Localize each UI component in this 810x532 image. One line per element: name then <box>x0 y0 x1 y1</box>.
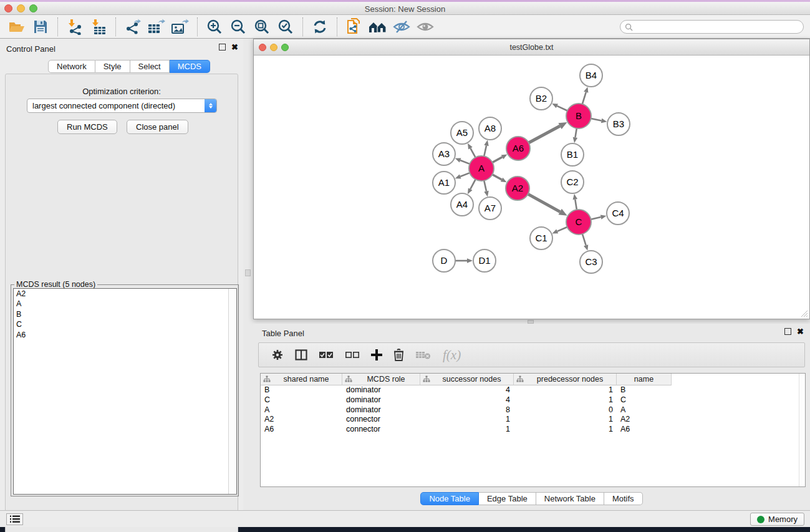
column-header-label: successor nodes <box>430 375 513 384</box>
add-button[interactable] <box>371 349 382 360</box>
column-header-label: shared name <box>271 375 342 384</box>
close-panel-button[interactable]: Close panel <box>127 120 188 134</box>
graph-edge[interactable] <box>460 160 470 164</box>
close-panel-icon[interactable]: ✖ <box>231 44 238 51</box>
graph-edge[interactable] <box>493 157 503 163</box>
column-header[interactable]: predecessor nodes <box>514 374 617 385</box>
table-row[interactable]: A2connector11A2 <box>261 415 805 425</box>
mcds-result-item[interactable]: C <box>14 320 236 331</box>
tab-select[interactable]: Select <box>130 60 170 73</box>
table-row[interactable]: Bdominator41B <box>261 385 805 395</box>
graph-edge[interactable] <box>557 227 567 231</box>
refresh-button[interactable] <box>308 17 332 36</box>
graph-edge[interactable] <box>557 106 567 111</box>
tab-node-table[interactable]: Node Table <box>420 492 479 505</box>
export-table-button[interactable] <box>145 17 168 36</box>
columns-button[interactable] <box>295 349 307 360</box>
zoom-in-button[interactable] <box>203 17 226 36</box>
save-session-button[interactable] <box>29 17 52 36</box>
graph-edge[interactable] <box>582 92 586 104</box>
zoom-out-button[interactable] <box>226 17 250 36</box>
criterion-dropdown[interactable]: largest connected component (directed) <box>27 99 217 113</box>
tab-motifs[interactable]: Motifs <box>604 492 643 505</box>
float-table-panel-icon[interactable] <box>784 328 791 335</box>
vertical-split-divider[interactable] <box>243 39 253 510</box>
export-image-button[interactable] <box>168 17 192 36</box>
column-header[interactable]: successor nodes <box>420 374 514 385</box>
task-history-button[interactable] <box>6 513 23 525</box>
graph-edge[interactable] <box>460 173 470 177</box>
zoom-selected-button[interactable] <box>274 17 297 36</box>
graph-edge[interactable] <box>484 145 486 156</box>
table-row[interactable]: A6connector11A6 <box>261 425 805 435</box>
first-neighbors-button[interactable] <box>366 17 390 36</box>
table-row[interactable]: Adominator80A <box>261 405 805 415</box>
show-all-button[interactable] <box>413 17 437 36</box>
divider-handle[interactable] <box>245 269 251 276</box>
delete-button[interactable] <box>393 349 404 361</box>
import-network-button[interactable] <box>63 17 87 36</box>
mcds-list-scrollbar[interactable] <box>228 289 236 494</box>
graph-edge[interactable] <box>582 234 586 245</box>
tab-edge-table[interactable]: Edge Table <box>479 492 536 505</box>
hide-selected-button[interactable] <box>390 17 413 36</box>
graph-node-label: A4 <box>456 199 468 210</box>
graph-node-label: B3 <box>613 118 624 129</box>
toolbar-search-field[interactable] <box>620 20 804 34</box>
graph-edge[interactable] <box>591 217 601 220</box>
node-table[interactable]: shared nameMCDS rolesuccessor nodesprede… <box>260 373 806 487</box>
deselect-all-button[interactable] <box>345 351 360 359</box>
network-canvas[interactable]: B4B2BB3A8A5A6A3B1AA1C2A2A4A7C4CC1DD1C3 <box>254 56 809 319</box>
network-window-titlebar[interactable]: testGlobe.txt <box>254 39 809 56</box>
tab-style[interactable]: Style <box>95 60 130 73</box>
mcds-result-list[interactable]: A2ABCA6 <box>13 288 237 495</box>
clone-network-button[interactable] <box>342 17 366 36</box>
graph-edge-arrowhead <box>467 258 473 263</box>
tab-network[interactable]: Network <box>48 60 95 73</box>
table-cell: 1 <box>514 425 617 435</box>
mcds-result-item[interactable]: B <box>14 309 236 320</box>
tab-mcds[interactable]: MCDS <box>170 60 210 73</box>
graph-node-label: A5 <box>456 127 468 138</box>
function-builder-button[interactable]: f(x) <box>443 347 461 363</box>
graph-edge[interactable] <box>575 128 576 138</box>
graph-edge[interactable] <box>529 126 560 143</box>
graph-edge[interactable] <box>470 148 475 158</box>
export-network-button[interactable] <box>121 17 145 36</box>
search-input[interactable] <box>633 22 803 31</box>
float-panel-icon[interactable] <box>219 44 226 51</box>
column-header[interactable]: MCDS role <box>342 374 420 385</box>
table-row[interactable]: Cdominator41C <box>261 395 805 405</box>
graph-edge[interactable] <box>493 175 502 180</box>
run-mcds-button[interactable]: Run MCDS <box>57 120 117 134</box>
graph-edge[interactable] <box>470 180 475 190</box>
graph-edge[interactable] <box>528 194 561 211</box>
mcds-result-item[interactable]: A6 <box>14 330 236 341</box>
table-panel: Table Panel ✖ <box>253 324 810 510</box>
graph-node-label: A1 <box>438 177 450 188</box>
column-header[interactable]: shared name <box>261 374 342 385</box>
graph-node-label: A8 <box>485 123 496 133</box>
table-cell: dominator <box>342 405 420 415</box>
memory-button[interactable]: Memory <box>750 513 804 526</box>
table-scrollbar[interactable] <box>799 374 805 486</box>
import-network-icon <box>67 19 83 35</box>
graph-edge[interactable] <box>591 118 602 120</box>
resize-grip-icon[interactable] <box>801 310 808 317</box>
close-table-panel-icon[interactable]: ✖ <box>797 328 804 335</box>
mcds-result-item[interactable]: A <box>14 299 236 310</box>
network-graph: B4B2BB3A8A5A6A3B1AA1C2A2A4A7C4CC1DD1C3 <box>254 56 809 319</box>
open-file-button[interactable] <box>5 17 29 36</box>
gear-button[interactable] <box>271 349 284 361</box>
graph-edge[interactable] <box>484 181 486 191</box>
import-table-button[interactable] <box>87 17 110 36</box>
zoom-fit-button[interactable] <box>250 17 274 36</box>
column-tree-icon <box>263 375 271 383</box>
tab-network-table[interactable]: Network Table <box>536 492 604 505</box>
graph-edge[interactable] <box>575 200 577 210</box>
select-all-button[interactable] <box>319 351 334 359</box>
delete-table-button[interactable] <box>415 350 432 360</box>
deselect-all-icon <box>345 351 360 359</box>
column-header[interactable]: name <box>617 374 672 385</box>
mcds-result-item[interactable]: A2 <box>14 289 236 299</box>
